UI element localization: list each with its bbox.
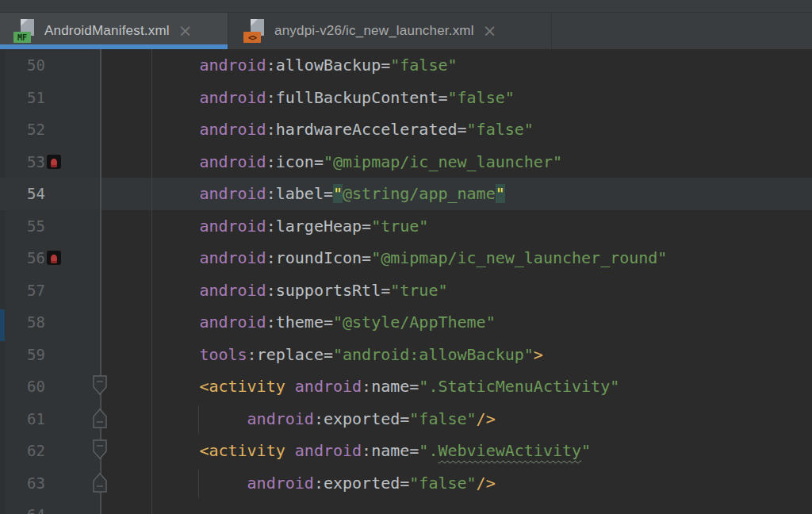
code-segment-str: @string/app_name: [343, 184, 496, 203]
fold-marker-start[interactable]: [91, 374, 109, 402]
code-segment-tag: >: [534, 345, 543, 364]
code-segment-punct: =: [362, 248, 371, 267]
code-line-57[interactable]: 57 android:supportsRtl="true": [0, 274, 812, 307]
code-segment-punct: :: [266, 248, 276, 267]
code-text[interactable]: android:hardwareAccelerated="false": [113, 113, 534, 146]
code-segment-str: "true": [390, 281, 447, 300]
tab-ic-new-launcher-xml[interactable]: <> anydpi-v26/ic_new_launcher.xml ×: [228, 13, 552, 49]
code-text[interactable]: android:supportsRtl="true": [113, 274, 447, 307]
code-segment-attr: exported: [324, 409, 400, 428]
code-segment-str: "@mipmap/ic_new_launcher": [324, 152, 562, 171]
line-number: 56: [0, 242, 45, 274]
code-segment-ns: android: [199, 152, 266, 171]
code-text[interactable]: android:label="@string/app_name": [113, 178, 505, 210]
code-segment-ns: android: [199, 313, 266, 332]
code-line-56[interactable]: 56 android:roundIcon="@mipmap/ic_new_lau…: [0, 242, 812, 274]
code-segment-plain: [113, 441, 199, 460]
code-line-62[interactable]: 62 <activity android:name=".WebviewActiv…: [0, 435, 812, 467]
line-number: 54: [0, 178, 45, 210]
line-number: 53: [0, 146, 45, 178]
fold-marker-end[interactable]: [91, 470, 109, 499]
code-text[interactable]: android:icon="@mipmap/ic_new_launcher": [113, 146, 562, 178]
code-segment-str: "@mipmap/ic_new_launcher_round": [371, 248, 667, 267]
line-number: 61: [0, 403, 45, 435]
code-segment-punct: =: [324, 345, 333, 364]
launcher-preview-icon[interactable]: [47, 155, 61, 169]
tab-androidmanifest-xml[interactable]: MF AndroidManifest.xml ×: [0, 13, 228, 49]
code-line-55[interactable]: 55 android:largeHeap="true": [0, 210, 812, 243]
code-segment-plain: [113, 409, 247, 428]
code-segment-tag: <activity: [199, 377, 285, 396]
code-segment-attr: exported: [324, 474, 400, 493]
line-number: 64: [0, 499, 45, 514]
code-line-59[interactable]: 59 tools:replace="android:allowBackup">: [0, 339, 812, 371]
code-segment-ns: android: [199, 88, 266, 107]
code-line-54[interactable]: 54 android:label="@string/app_name": [0, 178, 812, 210]
code-segment-punct: =: [438, 88, 447, 107]
editor-tab-bar: MF AndroidManifest.xml × <> anydpi-v26/i…: [0, 0, 812, 49]
fold-marker-start[interactable]: [91, 438, 109, 466]
code-segment-punct: :: [266, 88, 276, 107]
code-segment-plain: [113, 152, 199, 171]
code-line-51[interactable]: 51 android:fullBackupContent="false": [0, 82, 812, 114]
code-line-58[interactable]: 58 android:theme="@style/AppTheme": [0, 306, 812, 339]
code-line-53[interactable]: 53 android:icon="@mipmap/ic_new_launcher…: [0, 146, 812, 178]
launcher-preview-icon[interactable]: [47, 251, 61, 265]
code-segment-punct: :: [314, 474, 324, 493]
xml-file-icon: <>: [243, 19, 265, 43]
code-segment-punct: :: [362, 441, 371, 460]
code-segment-str: "false": [409, 474, 476, 493]
code-segment-punct: :: [266, 56, 276, 75]
code-line-52[interactable]: 52 android:hardwareAccelerated="false": [0, 113, 812, 146]
code-text[interactable]: android:exported="false"/>: [113, 403, 496, 435]
code-segment-ns: android: [247, 409, 314, 428]
fold-marker-end[interactable]: [91, 406, 109, 435]
tab-label: anydpi-v26/ic_new_launcher.xml: [274, 23, 474, 39]
code-segment-tag: />: [477, 409, 496, 428]
code-segment-ns: android: [295, 377, 362, 396]
code-segment-qhl: ": [496, 184, 505, 203]
code-segment-str: "false": [409, 409, 476, 428]
code-segment-attr: replace: [257, 345, 324, 364]
code-segment-ns: android: [199, 281, 266, 300]
code-segment-ns: android: [295, 441, 362, 460]
code-text[interactable]: tools:replace="android:allowBackup">: [113, 339, 543, 371]
editor[interactable]: 50 android:allowBackup="false"51 android…: [0, 49, 812, 514]
code-segment-punct: :: [266, 184, 276, 203]
code-segment-ns: android: [247, 474, 314, 493]
code-segment-attr: largeHeap: [276, 217, 362, 236]
xml-badge: <>: [243, 32, 261, 43]
code-text[interactable]: android:fullBackupContent="false": [113, 82, 515, 114]
code-line-50[interactable]: 50 android:allowBackup="false": [0, 49, 812, 82]
line-number: 57: [0, 274, 45, 307]
code-segment-tag: />: [477, 474, 496, 493]
code-text[interactable]: android:theme="@style/AppTheme": [113, 306, 496, 339]
code-segment-attr: name: [371, 377, 409, 396]
code-text[interactable]: android:largeHeap="true": [113, 210, 428, 243]
code-segment-punct: =: [458, 120, 467, 139]
code-segment-ns: tools: [199, 345, 247, 364]
code-segment-str: "android:allowBackup": [333, 345, 534, 364]
code-text[interactable]: android:allowBackup="false": [113, 49, 458, 82]
code-line-61[interactable]: 61 android:exported="false"/>: [0, 403, 812, 435]
code-segment-ns: android: [199, 217, 266, 236]
ide-window: MF AndroidManifest.xml × <> anydpi-v26/i…: [0, 0, 812, 514]
code-segment-plain: [113, 345, 199, 364]
code-segment-punct: :: [266, 313, 276, 332]
code-segment-attr: name: [371, 441, 409, 460]
code-line-60[interactable]: 60 <activity android:name=".StaticMenuAc…: [0, 370, 812, 403]
code-text[interactable]: <activity android:name=".StaticMenuActiv…: [113, 370, 619, 403]
code-segment-str: "true": [371, 217, 428, 236]
close-icon[interactable]: ×: [483, 23, 497, 40]
code-text[interactable]: android:exported="false"/>: [113, 467, 496, 500]
close-icon[interactable]: ×: [178, 23, 193, 40]
code-segment-punct: =: [314, 152, 324, 171]
code-segment-ns: android: [199, 184, 266, 203]
code-line-64[interactable]: 64: [0, 499, 812, 514]
code-segment-str: "false": [467, 120, 534, 139]
code-text[interactable]: android:roundIcon="@mipmap/ic_new_launch…: [113, 242, 667, 274]
code-segment-plain: [285, 377, 295, 396]
code-line-63[interactable]: 63 android:exported="false"/>: [0, 467, 812, 500]
code-segment-punct: =: [381, 281, 390, 300]
code-text[interactable]: <activity android:name=".WebviewActivity…: [113, 435, 591, 467]
